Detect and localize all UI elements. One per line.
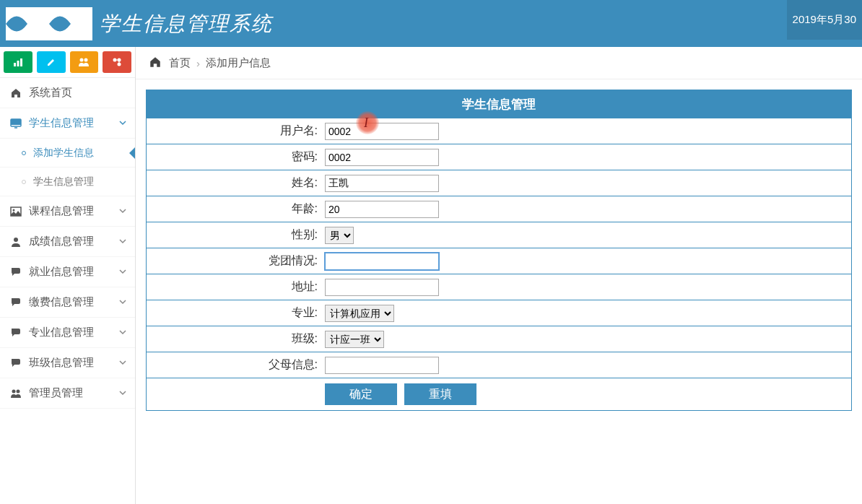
breadcrumb-separator: › (196, 57, 200, 69)
bullet-icon (22, 151, 26, 155)
chevron-down-icon (119, 328, 126, 338)
breadcrumb: 首页 › 添加用户信息 (136, 47, 862, 79)
content: 学生信息管理 用户名: 密码: 姓名: (136, 79, 862, 421)
top-header: 学生信息管理系统 2019年5月30 (0, 0, 862, 47)
label-party: 党团情况: (147, 248, 322, 274)
chat-icon (9, 357, 23, 369)
svg-point-4 (84, 58, 88, 62)
nav-student-info[interactable]: 学生信息管理 (0, 108, 135, 139)
row-gender: 性别: 男 (147, 222, 851, 248)
input-name[interactable] (325, 175, 439, 192)
select-gender[interactable]: 男 (325, 227, 354, 244)
svg-point-14 (13, 209, 15, 211)
toolbar-settings-button[interactable] (103, 51, 131, 73)
logo-area: 学生信息管理系统 (0, 6, 273, 41)
nav-class-info[interactable]: 班级信息管理 (0, 348, 135, 378)
subnav-manage-student[interactable]: 学生信息管理 (0, 168, 135, 196)
select-class[interactable]: 计应一班 (325, 331, 384, 348)
label-major: 专业: (147, 300, 322, 326)
svg-rect-11 (11, 119, 21, 125)
row-name: 姓名: (147, 170, 851, 196)
toolbar-users-button[interactable] (70, 51, 99, 73)
chevron-down-icon (119, 267, 126, 277)
bullet-icon (22, 180, 26, 184)
reset-button[interactable]: 重填 (404, 383, 476, 405)
subnav-label: 添加学生信息 (33, 147, 94, 160)
svg-point-3 (80, 58, 84, 62)
svg-point-17 (17, 389, 20, 393)
nav-major-info[interactable]: 专业信息管理 (0, 318, 135, 348)
input-address[interactable] (325, 279, 439, 296)
subnav-label: 学生信息管理 (33, 175, 94, 188)
nav-label: 班级信息管理 (29, 356, 94, 370)
nav-label: 学生信息管理 (29, 116, 94, 130)
input-age[interactable] (325, 201, 439, 218)
form-panel: 学生信息管理 用户名: 密码: 姓名: (146, 90, 852, 411)
nav-home[interactable]: 系统首页 (0, 78, 135, 108)
row-class: 班级: 计应一班 (147, 326, 851, 352)
user-icon (9, 236, 23, 248)
select-major[interactable]: 计算机应用 (325, 305, 394, 322)
nav-label: 管理员管理 (29, 386, 83, 400)
label-age: 年龄: (147, 196, 322, 222)
chevron-down-icon (119, 388, 126, 399)
toolbar-row (0, 47, 135, 78)
nav-label: 课程信息管理 (29, 204, 94, 218)
chevron-down-icon (119, 118, 126, 129)
label-address: 地址: (147, 274, 322, 300)
toolbar-edit-button[interactable] (37, 51, 66, 73)
label-username: 用户名: (147, 118, 322, 144)
label-parent: 父母信息: (147, 352, 322, 378)
label-gender: 性别: (147, 222, 322, 248)
row-username: 用户名: (147, 118, 851, 144)
input-password[interactable] (325, 149, 439, 166)
row-address: 地址: (147, 274, 851, 300)
nav-employment-info[interactable]: 就业信息管理 (0, 257, 135, 287)
nav-payment-info[interactable]: 缴费信息管理 (0, 287, 135, 318)
row-major: 专业: 计算机应用 (147, 300, 851, 326)
chevron-down-icon (119, 358, 126, 368)
chat-icon (9, 297, 23, 308)
row-party: 党团情况: (147, 248, 851, 274)
svg-rect-2 (20, 58, 22, 66)
chevron-down-icon (119, 237, 126, 247)
chat-icon (9, 266, 23, 278)
label-password: 密码: (147, 144, 322, 170)
home-icon (9, 87, 23, 99)
nav-label: 成绩信息管理 (29, 235, 94, 248)
image-icon (9, 206, 23, 217)
input-username[interactable] (325, 123, 439, 140)
svg-point-16 (12, 389, 16, 393)
toolbar-stats-button[interactable] (4, 51, 32, 73)
home-icon (149, 56, 162, 71)
submit-button[interactable]: 确定 (325, 383, 397, 405)
breadcrumb-home[interactable]: 首页 (169, 56, 191, 70)
row-parent: 父母信息: (147, 352, 851, 378)
svg-rect-0 (14, 63, 16, 66)
users-icon (9, 388, 23, 399)
date-display: 2019年5月30 (787, 0, 862, 40)
row-password: 密码: (147, 144, 851, 170)
row-age: 年龄: (147, 196, 851, 222)
nav-label: 就业信息管理 (29, 265, 94, 279)
nav-label: 专业信息管理 (29, 326, 94, 339)
svg-rect-1 (17, 61, 19, 66)
chevron-down-icon (119, 207, 126, 217)
system-title: 学生信息管理系统 (100, 10, 273, 38)
label-class: 班级: (147, 326, 322, 352)
chat-icon (9, 327, 23, 339)
logo-icon (6, 6, 92, 41)
input-party[interactable] (325, 253, 439, 270)
subnav-add-student[interactable]: 添加学生信息 (0, 139, 135, 168)
nav-course-info[interactable]: 课程信息管理 (0, 196, 135, 227)
monitor-icon (9, 118, 23, 129)
nav-admin[interactable]: 管理员管理 (0, 378, 135, 409)
nav-label: 系统首页 (29, 86, 72, 100)
subnav-student: 添加学生信息 学生信息管理 (0, 139, 135, 196)
label-name: 姓名: (147, 170, 322, 196)
nav-score-info[interactable]: 成绩信息管理 (0, 227, 135, 257)
input-parent[interactable] (325, 357, 439, 374)
row-buttons: 确定 重填 (147, 378, 851, 410)
panel-title: 学生信息管理 (147, 90, 851, 118)
chevron-down-icon (119, 297, 126, 308)
